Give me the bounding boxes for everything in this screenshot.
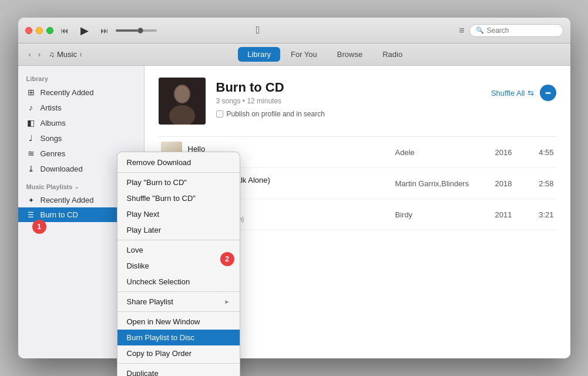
search-icon: 🔍 (476, 26, 484, 34)
menu-item-remove-download[interactable]: Remove Download (117, 155, 240, 170)
sidebar-label-albums: Albums (41, 119, 66, 127)
shuffle-icon: ⇆ (527, 89, 534, 98)
sidebar-label-genres: Genres (41, 149, 66, 158)
dropdown-arrow-icon: ↕ (79, 51, 82, 58)
songs-icon: ♩ (26, 133, 36, 143)
search-input[interactable] (487, 26, 552, 35)
sidebar-label-recently-added: Recently Added (41, 88, 94, 97)
forward-button[interactable]: › (36, 49, 43, 59)
nav-tabs: Library For You Browse Radio (238, 47, 412, 62)
menu-separator (117, 363, 240, 364)
menu-item-play-next[interactable]: Play Next (117, 206, 240, 222)
playlists-label: Music Playlists (26, 183, 73, 190)
menu-item-play-later[interactable]: Play Later (117, 222, 240, 238)
submenu-arrow-icon: ► (224, 298, 230, 305)
album-art (159, 78, 206, 125)
burn-to-cd-icon: ☰ (26, 211, 36, 219)
traffic-lights (25, 27, 53, 34)
recently-added-icon: ⊞ (26, 88, 36, 97)
menu-item-share-playlist[interactable]: Share Playlist ► (117, 294, 240, 310)
music-note-icon: ♫ (49, 50, 55, 59)
volume-slider[interactable] (116, 29, 157, 32)
titlebar: ⏮ ▶ ⏭  ≡ 🔍 (18, 18, 570, 43)
badge-1: 1 (32, 220, 46, 234)
tab-library[interactable]: Library (238, 47, 280, 62)
fullscreen-button[interactable] (46, 27, 53, 34)
library-section-title: Library (18, 72, 144, 85)
song-artist-hello: Adele (395, 148, 489, 157)
sidebar-item-artists[interactable]: ♪ Artists (18, 100, 144, 115)
menu-item-uncheck[interactable]: Uncheck Selection (117, 274, 240, 290)
more-icon: ••• (545, 89, 550, 96)
previous-track-button[interactable]: ⏮ (58, 25, 71, 36)
apple-logo-icon:  (256, 24, 260, 36)
tab-browse[interactable]: Browse (328, 47, 372, 62)
sidebar-label-artists: Artists (41, 103, 62, 112)
album-cover-svg (159, 78, 206, 125)
downloaded-icon: ⤓ (26, 164, 36, 173)
song-year-hello: 2016 (495, 148, 525, 157)
shuffle-all-button[interactable]: Shuffle All ⇆ (491, 89, 534, 98)
publish-checkbox[interactable] (216, 110, 223, 118)
minimize-button[interactable] (36, 27, 43, 34)
menu-separator (117, 291, 240, 292)
album-meta: 3 songs • 12 minutes (216, 97, 481, 105)
more-options-button[interactable]: ••• (540, 85, 556, 101)
song-year-breach: 2018 (495, 179, 525, 188)
album-art-image (159, 78, 206, 125)
publish-row: Publish on profile and in search (216, 110, 481, 118)
song-artist-breach: Martin Garrix,Blinders (395, 179, 489, 188)
sidebar-label-burn-to-cd: Burn to CD (41, 210, 78, 219)
sidebar-item-albums[interactable]: ◧ Albums (18, 115, 144, 130)
content-area: Library ⊞ Recently Added ♪ Artists ◧ Alb… (18, 66, 570, 358)
svg-point-3 (175, 86, 189, 102)
menu-item-copy-to-play[interactable]: Copy to Play Order (117, 345, 240, 361)
publish-label: Publish on profile and in search (227, 110, 325, 118)
menu-item-duplicate[interactable]: Duplicate (117, 365, 240, 376)
sidebar-label-downloaded: Downloaded (41, 164, 83, 173)
list-view-icon[interactable]: ≡ (459, 25, 464, 36)
menu-item-shuffle[interactable]: Shuffle "Burn to CD" (117, 190, 240, 206)
toolbar: ‹ › ♫ Music ↕ Library For You Browse Rad… (18, 43, 570, 66)
volume-thumb[interactable] (137, 28, 143, 33)
play-pause-button[interactable]: ▶ (78, 23, 91, 38)
song-duration-hello: 4:55 (530, 148, 554, 157)
tab-for-you[interactable]: For You (281, 47, 327, 62)
genres-icon: ≋ (26, 149, 36, 158)
menu-item-open-new-window[interactable]: Open in New Window (117, 314, 240, 330)
sidebar-label-songs: Songs (41, 134, 62, 143)
song-duration-skinny: 3:21 (530, 210, 554, 219)
album-info: Burn to CD 3 songs • 12 minutes Publish … (216, 78, 481, 118)
menu-separator (117, 240, 240, 240)
song-year-skinny: 2011 (495, 210, 525, 219)
sidebar-label-recently-added-pl: Recently Added (41, 196, 94, 204)
volume-track (116, 29, 157, 32)
playback-controls: ⏮ ▶ ⏭ (58, 23, 111, 38)
sidebar-item-songs[interactable]: ♩ Songs (18, 130, 144, 146)
artists-icon: ♪ (26, 103, 36, 112)
playlists-chevron-icon: ⌄ (75, 184, 79, 190)
menu-separator (117, 172, 240, 173)
albums-icon: ◧ (26, 118, 36, 127)
recently-added-pl-icon: ✦ (26, 196, 36, 204)
album-title: Burn to CD (216, 80, 481, 95)
share-playlist-label: Share Playlist (127, 297, 173, 306)
search-bar[interactable]: 🔍 (469, 24, 563, 37)
menu-item-play[interactable]: Play "Burn to CD" (117, 174, 240, 190)
sidebar-item-recently-added[interactable]: ⊞ Recently Added (18, 85, 144, 100)
tab-radio[interactable]: Radio (373, 47, 412, 62)
back-button[interactable]: ‹ (26, 49, 33, 59)
shuffle-label: Shuffle All (491, 89, 525, 98)
next-track-button[interactable]: ⏭ (98, 25, 111, 36)
badge-2: 2 (220, 252, 234, 266)
menu-item-burn-playlist[interactable]: Burn Playlist to Disc (117, 330, 240, 345)
album-header: Burn to CD 3 songs • 12 minutes Publish … (159, 78, 556, 125)
menu-separator (117, 311, 240, 312)
close-button[interactable] (25, 27, 32, 34)
context-menu: Remove Download Play "Burn to CD" Shuffl… (117, 152, 240, 376)
header-actions: Shuffle All ⇆ ••• (491, 78, 556, 101)
music-label: Music (57, 50, 77, 59)
music-dropdown[interactable]: ♫ Music ↕ (49, 50, 82, 59)
song-artist-skinny: Birdy (395, 210, 489, 219)
nav-arrows: ‹ › (26, 49, 43, 59)
